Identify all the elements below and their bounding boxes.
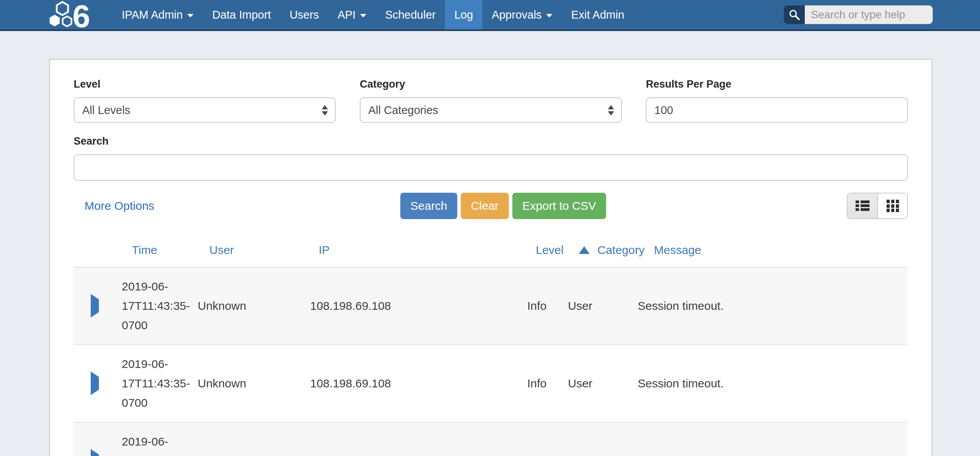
nav-menu-item[interactable]: IPAM Admin	[112, 0, 203, 29]
select-arrows-icon	[608, 105, 614, 116]
nav-menu-item[interactable]: Log	[445, 0, 482, 29]
level-select-value: All Levels	[82, 104, 130, 117]
per-page-label: Results Per Page	[646, 78, 908, 90]
cell-level: Info	[527, 377, 568, 390]
expand-row-control[interactable]	[74, 377, 120, 390]
cell-message: Session timeout.	[638, 454, 908, 456]
search-filter: Search	[74, 135, 908, 181]
cell-time: 2019-06-17T11:43:35-0700	[120, 345, 198, 422]
global-search	[784, 0, 933, 29]
clear-button[interactable]: Clear	[461, 193, 509, 219]
level-filter: Level All Levels	[74, 78, 336, 123]
cell-ip: 108.198.69.108	[310, 377, 527, 390]
grid-view-icon	[887, 200, 899, 212]
category-filter: Category All Categories	[360, 78, 622, 123]
sort-ascending-icon	[579, 246, 590, 254]
column-header-message[interactable]: Message	[638, 244, 908, 257]
nav-menu: IPAM Admin Data Import Users API Schedul…	[112, 0, 633, 29]
cell-user: Unknown	[198, 299, 310, 313]
top-navbar: 6 IPAM Admin Data Import Users API	[0, 0, 980, 31]
list-view-icon	[856, 200, 870, 212]
global-search-button[interactable]	[784, 5, 805, 24]
log-table: Time User IP Level Category Message 2019…	[74, 230, 908, 456]
log-rows: 2019-06-17T11:43:35-0700 Unknown 108.198…	[74, 268, 908, 456]
app-logo[interactable]: 6	[48, 0, 101, 29]
chevron-down-icon	[546, 14, 552, 17]
nav-menu-item[interactable]: Data Import	[203, 0, 280, 29]
cell-ip: 108.198.69.108	[310, 454, 527, 456]
view-toggle	[847, 193, 908, 219]
global-search-input[interactable]	[805, 5, 933, 24]
level-label: Level	[74, 78, 336, 90]
level-select[interactable]: All Levels	[74, 97, 336, 123]
nav-menu-item[interactable]: Scheduler	[376, 0, 445, 29]
search-icon	[788, 9, 800, 21]
log-table-row[interactable]: 2019-06-17T11:43:35-0700 Unknown 108.198…	[74, 268, 908, 345]
category-select-value: All Categories	[368, 104, 438, 117]
export-csv-button[interactable]: Export to CSV	[512, 193, 606, 219]
more-options-link[interactable]: More Options	[85, 199, 154, 212]
per-page-input[interactable]	[646, 97, 908, 123]
hexagons-logo-icon: 6	[48, 1, 101, 28]
category-select[interactable]: All Categories	[360, 97, 622, 123]
grid-view-button[interactable]	[877, 193, 907, 218]
log-panel: Level All Levels Category All Categories…	[49, 59, 932, 456]
expand-caret-icon	[91, 449, 99, 456]
per-page-filter: Results Per Page	[646, 78, 908, 123]
cell-message: Session timeout.	[638, 377, 908, 390]
action-buttons: Search Clear Export to CSV	[400, 193, 606, 219]
expand-row-control[interactable]	[74, 299, 120, 313]
column-header-ip[interactable]: IP	[310, 244, 527, 257]
cell-level: Info	[527, 299, 568, 313]
cell-user: Unknown	[198, 377, 310, 390]
search-filter-input[interactable]	[74, 154, 908, 181]
cell-level: Info	[527, 454, 568, 456]
header-expand-spacer	[74, 244, 120, 257]
cell-category: User	[568, 454, 638, 456]
search-button[interactable]: Search	[400, 193, 457, 219]
chevron-down-icon	[187, 14, 193, 17]
column-header-user[interactable]: User	[198, 244, 310, 257]
select-arrows-icon	[322, 105, 328, 116]
column-header-time[interactable]: Time	[120, 244, 198, 257]
category-label: Category	[360, 78, 622, 90]
svg-text:6: 6	[72, 1, 90, 28]
expand-row-control[interactable]	[74, 454, 120, 456]
cell-time: 2019-06-17T11:43:39-0700	[120, 423, 198, 456]
cell-category: User	[568, 299, 638, 313]
log-table-header: Time User IP Level Category Message	[74, 230, 908, 268]
cell-ip: 108.198.69.108	[310, 299, 527, 313]
column-header-category[interactable]: Category	[568, 244, 638, 257]
chevron-down-icon	[360, 14, 366, 17]
list-view-button[interactable]	[847, 193, 877, 218]
cell-time: 2019-06-17T11:43:35-0700	[120, 268, 198, 344]
nav-menu-item[interactable]: Approvals	[482, 0, 562, 29]
cell-user: Unknown	[198, 454, 310, 456]
nav-menu-item[interactable]: Users	[280, 0, 328, 29]
log-table-row[interactable]: 2019-06-17T11:43:35-0700 Unknown 108.198…	[74, 345, 908, 423]
expand-caret-icon	[91, 294, 99, 318]
cell-message: Session timeout.	[638, 299, 908, 313]
nav-menu-item[interactable]: Exit Admin	[562, 0, 633, 29]
column-header-level[interactable]: Level	[527, 244, 568, 257]
cell-category: User	[568, 377, 638, 390]
expand-caret-icon	[91, 371, 99, 395]
log-table-row[interactable]: 2019-06-17T11:43:39-0700 Unknown 108.198…	[74, 423, 908, 456]
nav-menu-item[interactable]: API	[328, 0, 376, 29]
search-label: Search	[74, 135, 908, 147]
